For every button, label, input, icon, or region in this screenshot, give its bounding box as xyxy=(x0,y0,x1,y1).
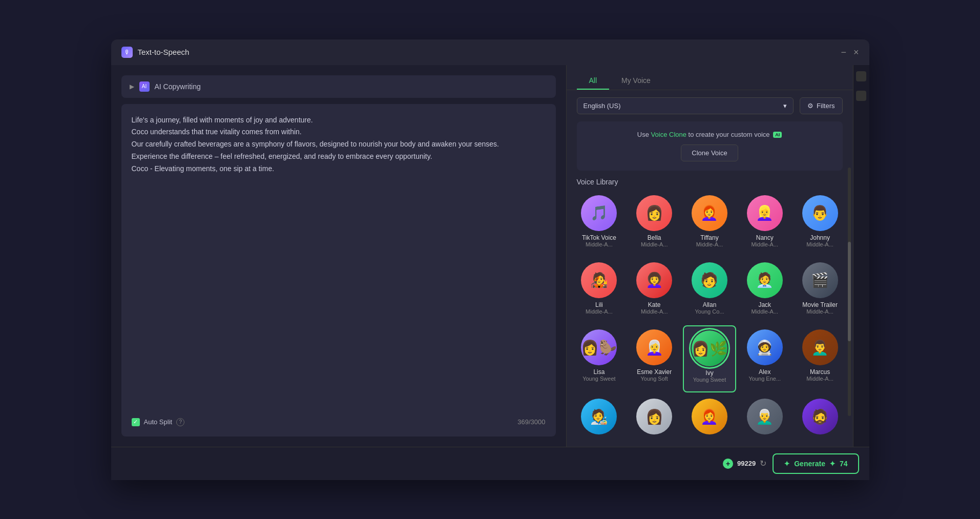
filters-label: Filters xyxy=(817,102,835,110)
title-bar-controls: − × xyxy=(841,48,859,57)
voice-avatar-lisa: 👩‍🦫 xyxy=(581,329,617,365)
voice-avatar-nancy: 👱‍♀️ xyxy=(747,195,783,231)
clone-voice-description: Use Voice Clone to create your custom vo… xyxy=(586,131,833,138)
voice-sub-lisa: Young Sweet xyxy=(582,376,615,382)
voice-avatar-ivy: 👩‍🌿 xyxy=(692,330,727,366)
voice-sub-nancy: Middle-A... xyxy=(752,241,779,247)
app-window: 🎙 Text-to-Speech − × ▶ AI AI Copywriting… xyxy=(111,39,869,480)
voice-name-bella: Bella xyxy=(648,234,661,241)
voice-card-kate[interactable]: 👩‍🦱 Kate Middle-A... xyxy=(628,258,681,323)
generate-plus-icon: ✦ xyxy=(784,460,790,468)
voice-name-esme-xavier: Esme Xavier xyxy=(637,368,672,376)
voice-avatar-alex: 🧑‍🚀 xyxy=(747,329,783,365)
help-icon[interactable]: ? xyxy=(176,418,184,426)
voice-card-bella[interactable]: 👩 Bella Middle-A... xyxy=(628,191,681,256)
language-dropdown[interactable]: English (US) ▾ xyxy=(577,97,794,114)
voice-avatar-jack: 🧑‍💼 xyxy=(747,262,783,298)
voice-clone-link[interactable]: Voice Clone xyxy=(651,131,686,138)
voice-avatar-johnny: 👨 xyxy=(802,195,838,231)
voice-avatar-r4: 👨‍🦳 xyxy=(747,399,783,434)
auto-split-control[interactable]: ✓ Auto Split ? xyxy=(132,418,185,426)
voice-card-johnny[interactable]: 👨 Johnny Middle-A... xyxy=(794,191,847,256)
voice-sub-tiffany: Middle-A... xyxy=(696,241,723,247)
voice-name-tiffany: Tiffany xyxy=(700,234,718,241)
voice-card-lili[interactable]: 🧑‍🎤 Lili Middle-A... xyxy=(573,258,626,323)
voice-avatar-r2: 👩 xyxy=(636,399,672,434)
window-title: Text-to-Speech xyxy=(138,48,190,56)
editor-footer: ✓ Auto Split ? 369/3000 xyxy=(132,418,546,426)
tab-all[interactable]: All xyxy=(577,72,610,90)
voice-card-lisa[interactable]: 👩‍🦫 Lisa Young Sweet xyxy=(573,325,626,392)
voice-name-ivy: Ivy xyxy=(705,369,713,377)
sidebar-strip-item-2 xyxy=(856,91,866,101)
voice-name-lili: Lili xyxy=(595,301,603,308)
generate-count: 74 xyxy=(840,460,848,468)
filters-button[interactable]: ⚙ Filters xyxy=(800,97,842,114)
voice-sub-allan: Young Co... xyxy=(695,308,724,315)
voice-card-r4[interactable]: 👨‍🦳 xyxy=(738,395,791,446)
voice-avatar-r1: 🧑‍🎨 xyxy=(581,399,617,434)
voice-card-tiktok[interactable]: 🎵 TikTok Voice Middle-A... xyxy=(573,191,626,256)
language-value: English (US) xyxy=(583,102,621,110)
voice-avatar-allan: 🧑 xyxy=(692,262,727,298)
voice-card-r1[interactable]: 🧑‍🎨 xyxy=(573,395,626,446)
auto-split-label-text: Auto Split xyxy=(144,418,173,426)
clone-voice-section: Use Voice Clone to create your custom vo… xyxy=(577,121,843,171)
voice-sub-lili: Middle-A... xyxy=(586,308,613,315)
filter-row: English (US) ▾ ⚙ Filters xyxy=(567,90,853,121)
voice-card-esme-xavier[interactable]: 👩‍🦳 Esme Xavier Young Soft xyxy=(628,325,681,392)
voice-sub-ivy: Young Sweet xyxy=(693,377,726,383)
sidebar-strip xyxy=(853,65,869,447)
voice-sub-movie-trailer: Middle-A... xyxy=(806,308,833,315)
voice-name-kate: Kate xyxy=(648,301,661,308)
credits-section: + 99229 ↻ xyxy=(723,459,766,469)
voice-sub-kate: Middle-A... xyxy=(641,308,668,315)
voice-card-r3[interactable]: 👩‍🦰 xyxy=(683,395,736,446)
voice-sub-marcus: Middle-A... xyxy=(806,376,833,382)
minimize-button[interactable]: − xyxy=(841,48,846,57)
voice-name-alex: Alex xyxy=(759,368,770,376)
voice-card-nancy[interactable]: 👱‍♀️ Nancy Middle-A... xyxy=(738,191,791,256)
close-button[interactable]: × xyxy=(853,48,859,57)
text-editor[interactable]: Life's a journey, filled with moments of… xyxy=(121,104,556,437)
voice-avatar-marcus: 👨‍🦱 xyxy=(802,329,838,365)
voice-avatar-r5: 🧔 xyxy=(802,399,838,434)
ai-badge: AI xyxy=(773,132,782,138)
voice-name-marcus: Marcus xyxy=(810,368,830,376)
clone-voice-button[interactable]: Clone Voice xyxy=(681,144,738,161)
tab-my-voice[interactable]: My Voice xyxy=(609,72,663,90)
filter-icon: ⚙ xyxy=(807,102,814,110)
voice-card-tiffany[interactable]: 👩‍🦰 Tiffany Middle-A... xyxy=(683,191,736,256)
scrollbar[interactable] xyxy=(848,168,851,416)
auto-split-checkbox[interactable]: ✓ xyxy=(132,418,140,426)
ai-copywriting-bar[interactable]: ▶ AI AI Copywriting xyxy=(121,75,556,98)
voice-sub-bella: Middle-A... xyxy=(641,241,668,247)
content-area: ▶ AI AI Copywriting Life's a journey, fi… xyxy=(111,65,869,447)
voice-card-ivy[interactable]: 👩‍🌿 Ivy Young Sweet xyxy=(683,325,736,392)
voice-avatar-bella: 👩 xyxy=(636,195,672,231)
voice-avatar-lili: 🧑‍🎤 xyxy=(581,262,617,298)
voice-card-marcus[interactable]: 👨‍🦱 Marcus Middle-A... xyxy=(794,325,847,392)
credits-plus-icon: + xyxy=(723,459,733,469)
voice-sub-esme-xavier: Young Soft xyxy=(640,376,668,382)
voice-name-tiktok: TikTok Voice xyxy=(582,234,616,241)
voice-card-allan[interactable]: 🧑 Allan Young Co... xyxy=(683,258,736,323)
expand-arrow-icon: ▶ xyxy=(130,83,134,90)
voice-card-movie-trailer[interactable]: 🎬 Movie Trailer Middle-A... xyxy=(794,258,847,323)
voice-avatar-tiktok: 🎵 xyxy=(581,195,617,231)
voice-avatar-esme-xavier: 👩‍🦳 xyxy=(636,329,672,365)
title-bar-left: 🎙 Text-to-Speech xyxy=(121,47,190,58)
dropdown-arrow-icon: ▾ xyxy=(783,102,787,110)
generate-label: Generate xyxy=(794,460,825,468)
voice-card-alex[interactable]: 🧑‍🚀 Alex Young Ene... xyxy=(738,325,791,392)
voice-name-allan: Allan xyxy=(703,301,717,308)
refresh-button[interactable]: ↻ xyxy=(760,459,766,468)
voice-card-r5[interactable]: 🧔 xyxy=(794,395,847,446)
voice-card-jack[interactable]: 🧑‍💼 Jack Middle-A... xyxy=(738,258,791,323)
voice-library-label: Voice Library xyxy=(567,178,853,191)
char-count: 369/3000 xyxy=(517,418,545,426)
generate-button[interactable]: ✦ Generate ✦ 74 xyxy=(773,453,859,474)
voice-card-r2[interactable]: 👩 xyxy=(628,395,681,446)
voice-avatar-kate: 👩‍🦱 xyxy=(636,262,672,298)
generate-icon-small: ✦ xyxy=(829,460,836,468)
